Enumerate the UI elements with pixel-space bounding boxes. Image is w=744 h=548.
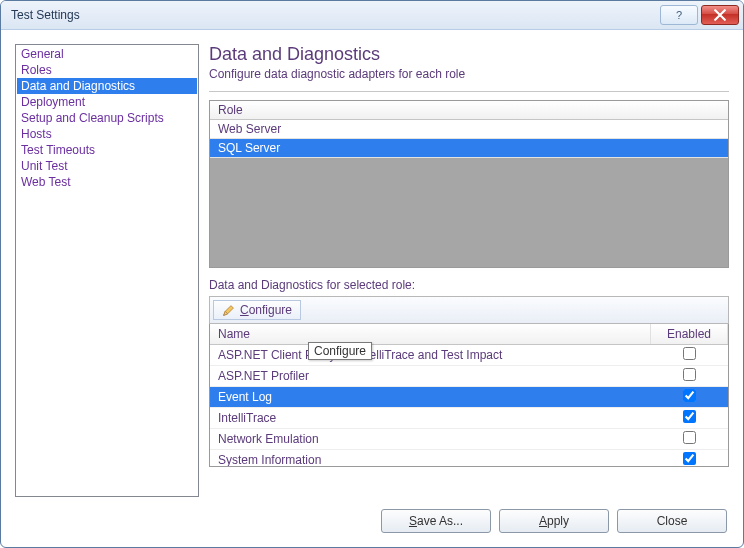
- adapter-enabled-cell: [651, 429, 728, 450]
- close-button[interactable]: Close: [617, 509, 727, 533]
- configure-button[interactable]: Configure: [213, 300, 301, 320]
- sidebar-item-data-and-diagnostics[interactable]: Data and Diagnostics: [17, 78, 197, 94]
- sidebar-item-setup-and-cleanup-scripts[interactable]: Setup and Cleanup Scripts: [17, 110, 197, 126]
- adapter-name: ASP.NET Client Proxy for IntelliTrace an…: [210, 345, 651, 366]
- sidebar-item-hosts[interactable]: Hosts: [17, 126, 197, 142]
- help-button[interactable]: ?: [660, 5, 698, 25]
- main-panel: Data and Diagnostics Configure data diag…: [209, 44, 729, 497]
- adapter-row[interactable]: ASP.NET Profiler: [210, 366, 728, 387]
- adapter-enabled-cell: [651, 387, 728, 408]
- adapter-enabled-cell: [651, 366, 728, 387]
- adapters-section-label: Data and Diagnostics for selected role:: [209, 278, 729, 292]
- save-as-button[interactable]: Save As...: [381, 509, 491, 533]
- close-icon: [714, 9, 726, 21]
- configure-button-label: Configure: [240, 303, 292, 317]
- adapter-enabled-checkbox[interactable]: [683, 347, 696, 360]
- adapters-table-wrap[interactable]: Configure Name Enabled ASP.NET Client Pr…: [209, 324, 729, 467]
- roles-header: Role: [210, 101, 728, 120]
- adapters-table: Name Enabled ASP.NET Client Proxy for In…: [210, 324, 728, 467]
- sidebar-item-test-timeouts[interactable]: Test Timeouts: [17, 142, 197, 158]
- adapter-row[interactable]: Network Emulation: [210, 429, 728, 450]
- test-settings-dialog: Test Settings ? GeneralRolesData and Dia…: [0, 0, 744, 548]
- role-row[interactable]: SQL Server: [210, 139, 728, 158]
- system-buttons: ?: [660, 5, 739, 25]
- adapter-row[interactable]: System Information: [210, 450, 728, 468]
- close-window-button[interactable]: [701, 5, 739, 25]
- dialog-footer: Save As... Apply Close: [1, 497, 743, 547]
- sidebar-item-deployment[interactable]: Deployment: [17, 94, 197, 110]
- role-row[interactable]: Web Server: [210, 120, 728, 139]
- adapter-row[interactable]: ASP.NET Client Proxy for IntelliTrace an…: [210, 345, 728, 366]
- adapter-enabled-checkbox[interactable]: [683, 389, 696, 402]
- adapter-enabled-cell: [651, 450, 728, 468]
- window-title: Test Settings: [11, 8, 660, 22]
- adapter-enabled-cell: [651, 408, 728, 429]
- page-title: Data and Diagnostics: [209, 44, 729, 65]
- adapter-enabled-checkbox[interactable]: [683, 431, 696, 444]
- sidebar-item-unit-test[interactable]: Unit Test: [17, 158, 197, 174]
- category-sidebar[interactable]: GeneralRolesData and DiagnosticsDeployme…: [15, 44, 199, 497]
- col-name[interactable]: Name: [210, 324, 651, 345]
- divider: [209, 91, 729, 92]
- dialog-body: GeneralRolesData and DiagnosticsDeployme…: [1, 30, 743, 497]
- adapter-enabled-checkbox[interactable]: [683, 410, 696, 423]
- roles-empty-area: [210, 158, 728, 267]
- adapter-name: IntelliTrace: [210, 408, 651, 429]
- titlebar: Test Settings ?: [1, 1, 743, 30]
- adapter-enabled-checkbox[interactable]: [683, 368, 696, 381]
- adapter-enabled-cell: [651, 345, 728, 366]
- roles-list[interactable]: Role Web ServerSQL Server: [209, 100, 729, 268]
- configure-tooltip: Configure: [308, 342, 372, 360]
- adapter-name: ASP.NET Profiler: [210, 366, 651, 387]
- adapter-name: Network Emulation: [210, 429, 651, 450]
- apply-button[interactable]: Apply: [499, 509, 609, 533]
- adapter-name: System Information: [210, 450, 651, 468]
- pencil-icon: [222, 304, 235, 317]
- configure-toolbar: Configure: [209, 296, 729, 324]
- col-enabled[interactable]: Enabled: [651, 324, 728, 345]
- sidebar-item-general[interactable]: General: [17, 46, 197, 62]
- page-subtitle: Configure data diagnostic adapters for e…: [209, 67, 729, 81]
- sidebar-item-roles[interactable]: Roles: [17, 62, 197, 78]
- adapter-row[interactable]: IntelliTrace: [210, 408, 728, 429]
- adapter-name: Event Log: [210, 387, 651, 408]
- adapter-row[interactable]: Event Log: [210, 387, 728, 408]
- adapter-enabled-checkbox[interactable]: [683, 452, 696, 465]
- sidebar-item-web-test[interactable]: Web Test: [17, 174, 197, 190]
